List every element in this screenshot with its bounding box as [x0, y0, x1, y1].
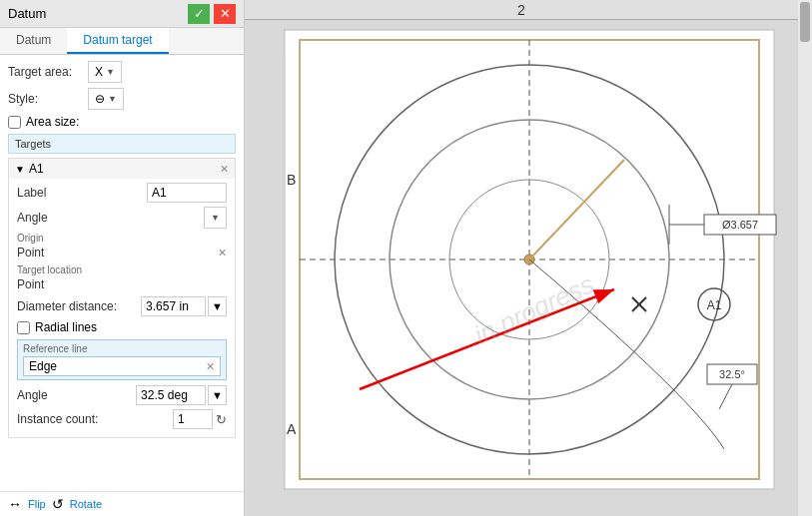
vertical-scrollbar[interactable] — [798, 0, 812, 516]
drawing-canvas: A1 Ø3.657 32.5° B A in progress — [245, 20, 798, 516]
grid-label-top: 2 — [517, 2, 525, 18]
grid-label-b: B — [287, 172, 296, 188]
target-area-dropdown[interactable]: X ▼ — [88, 61, 122, 83]
area-size-row: Area size: — [8, 115, 236, 129]
grid-top-bar: 2 — [245, 0, 798, 20]
reference-line-clear-icon[interactable]: ✕ — [206, 360, 215, 373]
radial-lines-checkbox[interactable] — [17, 321, 30, 334]
flip-icon: ↔ — [8, 496, 22, 512]
target-a1-header-left: ▼ A1 — [15, 162, 44, 176]
target-location-field-label: Target location — [17, 264, 227, 275]
diameter-distance-input[interactable] — [141, 296, 206, 316]
instance-count-label: Instance count: — [17, 412, 98, 426]
cancel-button[interactable]: ✕ — [214, 4, 236, 24]
instance-count-input[interactable] — [173, 409, 213, 429]
reference-line-group: Reference line Edge ✕ — [17, 339, 227, 380]
angle-dropdown[interactable]: ▼ — [204, 207, 227, 229]
label-row: Label — [17, 183, 227, 203]
bottom-actions: ↔ Flip ↺ Rotate — [0, 491, 244, 516]
target-a1-header: ▼ A1 ✕ — [9, 159, 235, 179]
angle-unit-dropdown[interactable]: ▼ — [208, 385, 227, 405]
refresh-icon[interactable]: ↻ — [216, 412, 227, 427]
origin-group: Origin Point ✕ — [17, 233, 227, 259]
reference-line-header: Reference line — [23, 343, 221, 354]
origin-field-label: Origin — [17, 233, 227, 244]
chevron-down-icon: ▼ — [15, 164, 25, 175]
reference-line-value-box: Edge ✕ — [23, 356, 221, 376]
svg-text:A1: A1 — [707, 298, 722, 312]
grid-label-a: A — [287, 421, 297, 437]
svg-text:Ø3.657: Ø3.657 — [722, 219, 758, 231]
style-dropdown[interactable]: ⊖ ▼ — [88, 88, 124, 110]
target-area-row: Target area: X ▼ — [8, 61, 236, 83]
area-size-label: Area size: — [26, 115, 79, 129]
tab-datum[interactable]: Datum — [0, 28, 67, 54]
target-a1-body: Label Angle ▼ Origin Point ✕ — [9, 179, 235, 437]
panel-content: Target area: X ▼ Style: ⊖ ▼ Area size: — [0, 55, 244, 491]
style-row: Style: ⊖ ▼ — [8, 88, 236, 110]
radial-lines-row: Radial lines — [17, 320, 227, 334]
target-area-control: X ▼ — [88, 61, 122, 83]
target-a1-close-icon[interactable]: ✕ — [220, 163, 229, 176]
style-arrow-icon: ▼ — [108, 94, 117, 104]
instance-count-row: Instance count: ↻ — [17, 409, 227, 429]
confirm-button[interactable]: ✓ — [188, 4, 210, 24]
tabs-bar: Datum Datum target — [0, 28, 244, 55]
angle-value-label: Angle — [17, 388, 48, 402]
panel-header: Datum ✓ ✕ — [0, 0, 244, 28]
target-location-group: Target location Point — [17, 264, 227, 291]
target-a1-item: ▼ A1 ✕ Label Angle ▼ — [8, 158, 236, 438]
angle-value-input[interactable] — [136, 385, 206, 405]
origin-value-row: Point ✕ — [17, 246, 227, 259]
angle-value-row: Angle ▼ — [17, 385, 227, 405]
reference-line-value: Edge — [29, 359, 57, 373]
label-field-label: Label — [17, 186, 46, 200]
target-area-arrow-icon: ▼ — [106, 67, 115, 77]
left-panel: Datum ✓ ✕ Datum Datum target Target area… — [0, 0, 245, 516]
target-a1-name: A1 — [29, 162, 44, 176]
svg-text:32.5°: 32.5° — [719, 368, 745, 380]
diameter-distance-row: Diameter distance: ▼ — [17, 296, 227, 316]
origin-clear-icon[interactable]: ✕ — [218, 247, 227, 259]
origin-value: Point — [17, 246, 44, 259]
flip-button[interactable]: Flip — [28, 496, 46, 512]
diameter-distance-control: ▼ — [141, 296, 227, 316]
instance-count-control: ↻ — [173, 409, 227, 429]
diameter-distance-unit-dropdown[interactable]: ▼ — [208, 296, 227, 316]
tab-datum-target[interactable]: Datum target — [67, 28, 168, 54]
panel-title: Datum — [8, 6, 46, 21]
scrollbar-thumb[interactable] — [800, 2, 810, 42]
canvas-area: 2 A1 Ø3. — [245, 0, 812, 516]
angle-field-label: Angle — [17, 211, 48, 225]
target-area-label: Target area: — [8, 65, 88, 79]
area-size-checkbox[interactable] — [8, 116, 21, 129]
angle-value-control: ▼ — [136, 385, 227, 405]
target-location-value: Point — [17, 277, 227, 291]
radial-lines-label: Radial lines — [35, 320, 97, 334]
angle-arrow-icon: ▼ — [211, 213, 220, 223]
panel-actions: ✓ ✕ — [188, 4, 236, 24]
targets-header: Targets — [8, 134, 236, 154]
rotate-icon: ↺ — [52, 496, 64, 512]
diameter-distance-label: Diameter distance: — [17, 299, 117, 313]
style-control: ⊖ ▼ — [88, 88, 124, 110]
label-input[interactable] — [147, 183, 227, 203]
rotate-button[interactable]: Rotate — [70, 496, 102, 512]
angle-dropdown-row: Angle ▼ — [17, 207, 227, 229]
style-label: Style: — [8, 92, 88, 106]
